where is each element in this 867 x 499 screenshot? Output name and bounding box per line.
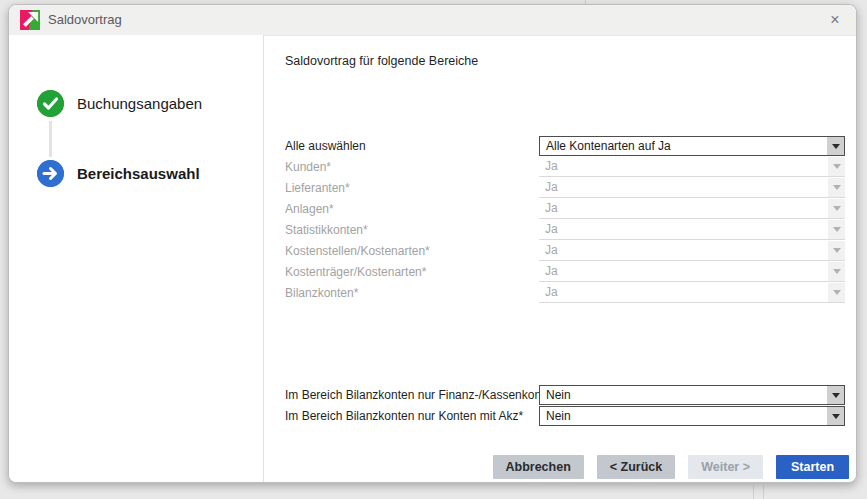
chevron-down-icon — [833, 206, 841, 211]
dropdown-value: Ja — [545, 241, 825, 259]
dropdown-arrow-button[interactable] — [827, 407, 844, 425]
button-bar: Abbrechen< ZurückWeiter >Starten — [493, 455, 850, 479]
app-logo-icon — [20, 10, 40, 30]
dropdown-value: Ja — [545, 178, 825, 196]
dropdown: Ja — [539, 241, 845, 261]
field-label: Kostenträger/Kostenarten* — [285, 265, 539, 279]
field-label: Statistikkonten* — [285, 223, 539, 237]
dropdown: Ja — [539, 220, 845, 240]
dropdown: Ja — [539, 283, 845, 303]
main-field-group: Alle auswählen Alle Kontenarten auf Ja K… — [285, 136, 845, 304]
dropdown-value: Ja — [545, 283, 825, 301]
background-window-edge — [753, 486, 754, 499]
dropdown[interactable]: Alle Kontenarten auf Ja — [539, 136, 845, 156]
check-circle-icon — [37, 90, 64, 117]
form-row: Im Bereich Bilanzkonten nur Finanz-/Kass… — [285, 385, 845, 405]
back-button[interactable]: < Zurück — [597, 455, 675, 479]
chevron-down-icon — [833, 248, 841, 253]
field-label: Kunden* — [285, 160, 539, 174]
dropdown-arrow-button — [828, 283, 845, 302]
window-title: Saldovortrag — [48, 5, 122, 35]
dropdown-arrow-button[interactable] — [827, 137, 844, 155]
chevron-down-icon — [832, 393, 840, 398]
chevron-down-icon — [833, 185, 841, 190]
dropdown-value: Alle Kontenarten auf Ja — [546, 137, 824, 155]
dropdown-value: Ja — [545, 157, 825, 175]
dropdown-value: Ja — [545, 199, 825, 217]
chevron-down-icon — [833, 290, 841, 295]
chevron-down-icon — [832, 144, 840, 149]
dropdown-arrow-button — [828, 220, 845, 239]
form-row: Kostenträger/Kostenarten* Ja — [285, 262, 845, 282]
field-label: Im Bereich Bilanzkonten nur Finanz-/Kass… — [285, 388, 539, 402]
field-label: Anlagen* — [285, 202, 539, 216]
dropdown-arrow-button — [828, 241, 845, 260]
chevron-down-icon — [832, 414, 840, 419]
cancel-button[interactable]: Abbrechen — [493, 455, 584, 479]
dropdown-value: Ja — [545, 220, 825, 238]
form-row: Kostenstellen/Kostenarten* Ja — [285, 241, 845, 261]
form-row: Im Bereich Bilanzkonten nur Konten mit A… — [285, 406, 845, 426]
bottom-field-group: Im Bereich Bilanzkonten nur Finanz-/Kass… — [285, 385, 845, 427]
step-connector — [49, 121, 52, 157]
form-row: Alle auswählen Alle Kontenarten auf Ja — [285, 136, 845, 156]
field-label: Im Bereich Bilanzkonten nur Konten mit A… — [285, 409, 539, 423]
dropdown-arrow-button[interactable] — [827, 386, 844, 404]
wizard-step-panel: Buchungsangaben Bereichsauswahl — [9, 35, 263, 482]
form-row: Anlagen* Ja — [285, 199, 845, 219]
dropdown: Ja — [539, 178, 845, 198]
field-label: Kostenstellen/Kostenarten* — [285, 244, 539, 258]
field-label: Alle auswählen — [285, 139, 539, 153]
arrow-right-circle-icon — [37, 160, 64, 187]
dropdown-arrow-button — [828, 199, 845, 218]
dropdown-arrow-button — [828, 178, 845, 197]
close-icon[interactable]: × — [826, 11, 844, 29]
chevron-down-icon — [833, 269, 841, 274]
page-title: Saldovortrag für folgende Bereiche — [285, 54, 478, 68]
chevron-down-icon — [833, 227, 841, 232]
dropdown: Ja — [539, 157, 845, 177]
step-bereichsauswahl[interactable]: Bereichsauswahl — [37, 160, 200, 187]
dropdown: Ja — [539, 199, 845, 219]
background-window-edge — [763, 486, 764, 499]
form-row: Kunden* Ja — [285, 157, 845, 177]
dropdown[interactable]: Nein — [539, 406, 845, 426]
saldovortrag-dialog: Saldovortrag × Buchungsangaben Bereichsa… — [8, 4, 857, 483]
field-label: Bilanzkonten* — [285, 286, 539, 300]
dropdown: Ja — [539, 262, 845, 282]
dropdown-arrow-button — [828, 157, 845, 176]
dropdown-value: Ja — [545, 262, 825, 280]
dropdown-value: Nein — [546, 407, 824, 425]
content-area: Saldovortrag für folgende Bereiche Alle … — [264, 35, 856, 482]
form-row: Bilanzkonten* Ja — [285, 283, 845, 303]
step-label: Bereichsauswahl — [77, 165, 200, 182]
step-label: Buchungsangaben — [77, 95, 202, 112]
form-row: Statistikkonten* Ja — [285, 220, 845, 240]
field-label: Lieferanten* — [285, 181, 539, 195]
next-button: Weiter > — [688, 455, 763, 479]
form-row: Lieferanten* Ja — [285, 178, 845, 198]
dropdown[interactable]: Nein — [539, 385, 845, 405]
dropdown-value: Nein — [546, 386, 824, 404]
chevron-down-icon — [833, 164, 841, 169]
dropdown-arrow-button — [828, 262, 845, 281]
titlebar: Saldovortrag × — [9, 5, 856, 36]
step-buchungsangaben[interactable]: Buchungsangaben — [37, 90, 202, 117]
start-button[interactable]: Starten — [776, 455, 849, 479]
